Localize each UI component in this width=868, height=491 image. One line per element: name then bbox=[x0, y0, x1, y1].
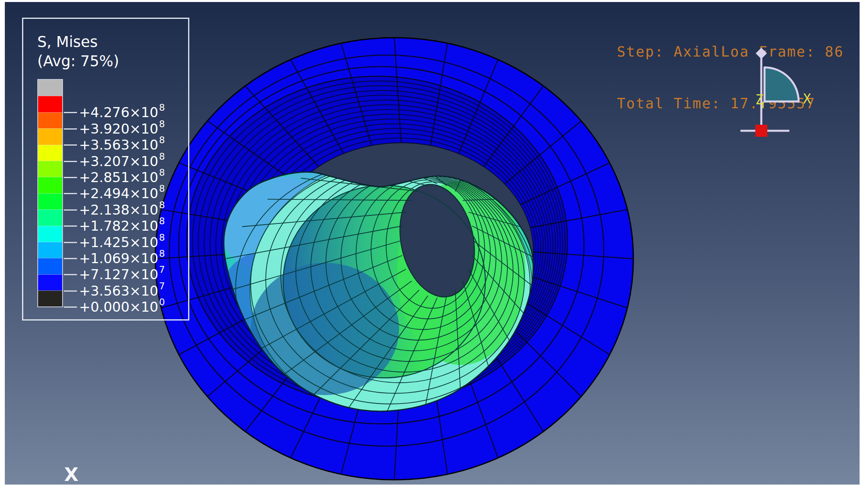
bottom-axis-label: X bbox=[64, 464, 78, 485]
colorbar-band bbox=[38, 128, 62, 144]
legend-tick bbox=[64, 144, 77, 146]
colorbar-band bbox=[38, 209, 62, 225]
legend-tick bbox=[64, 242, 77, 243]
legend-title: S, Mises bbox=[37, 33, 98, 51]
colorbar bbox=[37, 79, 63, 307]
colorbar-band bbox=[38, 177, 62, 193]
legend-tick bbox=[64, 128, 77, 130]
legend-entry: +1.069×108 bbox=[79, 250, 165, 266]
legend-entry: +2.851×108 bbox=[79, 169, 165, 185]
colorbar-band bbox=[38, 290, 62, 306]
legend-entry: +4.276×108 bbox=[79, 104, 165, 120]
colorbar-band bbox=[38, 80, 62, 96]
legend-entry: +3.920×108 bbox=[79, 121, 165, 137]
legend-entry: +3.563×107 bbox=[79, 283, 165, 299]
colorbar-band bbox=[38, 96, 62, 112]
colorbar-band bbox=[38, 226, 62, 242]
status-time-line: Total Time: 17.Y95557 bbox=[617, 95, 844, 112]
colorbar-band bbox=[38, 145, 62, 161]
legend-entry: +1.782×108 bbox=[79, 218, 165, 234]
colorbar-band bbox=[38, 258, 62, 274]
legend-entry: +2.138×108 bbox=[79, 202, 165, 218]
colorbar-band bbox=[38, 161, 62, 177]
y-axis-label: Y bbox=[759, 95, 769, 112]
colorbar-band bbox=[38, 242, 62, 258]
legend-tick bbox=[64, 225, 77, 227]
legend-tick bbox=[64, 274, 77, 275]
legend-avg-label: (Avg: 75%) bbox=[37, 53, 119, 70]
legend-entry: +1.425×108 bbox=[79, 234, 165, 250]
legend-tick bbox=[64, 177, 77, 178]
colorbar-band bbox=[38, 274, 62, 290]
legend-tick bbox=[64, 193, 77, 194]
colorbar-band bbox=[38, 193, 62, 209]
legend-tick bbox=[64, 306, 77, 308]
status-block: Step: AxialLoa Frame: 86 Total Time: 17.… bbox=[617, 9, 844, 147]
legend-tick bbox=[64, 161, 77, 162]
legend-entry: +7.127×107 bbox=[79, 266, 165, 282]
legend-tick bbox=[64, 258, 77, 259]
contour-legend: S, Mises (Avg: 75%) +4.276×108+3.920×108… bbox=[22, 18, 189, 321]
legend-entry: +3.207×108 bbox=[79, 153, 165, 169]
legend-tick bbox=[64, 209, 77, 211]
legend-entry: +3.563×108 bbox=[79, 137, 165, 153]
abaqus-viewer-window: S, Mises (Avg: 75%) +4.276×108+3.920×108… bbox=[0, 0, 868, 491]
status-step-line: Step: AxialLoa Frame: 86 bbox=[617, 43, 844, 61]
colorbar-band bbox=[38, 112, 62, 128]
legend-entry: +0.000×100 bbox=[79, 299, 165, 315]
legend-entry: +2.494×108 bbox=[79, 185, 165, 201]
legend-tick bbox=[64, 290, 77, 292]
legend-tick bbox=[64, 112, 77, 113]
